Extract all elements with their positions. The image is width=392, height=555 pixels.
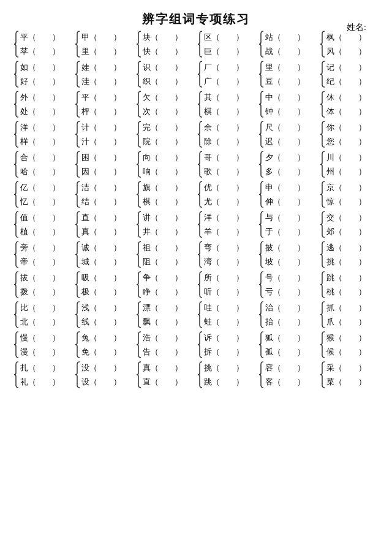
left-brace-icon (135, 180, 143, 209)
item-row: 郊（ ） (326, 224, 379, 239)
page-title: 辨字组词专项练习 (12, 11, 380, 28)
char-text: 孤（ ） (265, 346, 305, 358)
items-col: 区（ ）巨（ ） (204, 30, 257, 58)
char-text: 尤（ ） (204, 196, 244, 207)
col-group-9-4: 治（ ）抬（ ） (257, 300, 318, 329)
item-row: 披（ ） (265, 240, 318, 255)
char-text: 豆（ ） (265, 76, 305, 87)
char-text: 治（ ） (265, 302, 305, 313)
col-group-1-1: 娃（ ）洼（ ） (74, 60, 135, 88)
char-text: 坡（ ） (265, 256, 305, 267)
item-row: 线（ ） (81, 315, 134, 329)
char-text: 困（ ） (81, 152, 121, 163)
items-col: 容（ ）客（ ） (265, 361, 318, 389)
left-brace-icon (13, 331, 20, 359)
item-row: 于（ ） (265, 224, 318, 239)
char-text: 蛙（ ） (204, 316, 244, 327)
item-row: 完（ ） (143, 120, 195, 134)
char-text: 你（ ） (326, 122, 366, 133)
item-row: 如（ ） (20, 60, 73, 74)
col-group-11-1: 没（ ）设（ ） (74, 361, 135, 389)
items-col: 采（ ）菜（ ） (326, 361, 379, 389)
char-text: 尺（ ） (265, 122, 305, 133)
left-brace-icon (13, 60, 20, 88)
left-brace-icon (74, 210, 81, 239)
char-text: 亏（ ） (265, 286, 305, 297)
left-brace-icon (13, 150, 20, 178)
char-text: 风（ ） (326, 46, 366, 57)
item-row: 风（ ） (326, 44, 379, 58)
char-text: 抓（ ） (326, 302, 366, 313)
items-col: 争（ ）睁（ ） (143, 270, 195, 299)
items-col: 浩（ ）告（ ） (143, 331, 195, 359)
col-group-1-0: 如（ ）好（ ） (12, 60, 74, 88)
item-row: 因（ ） (81, 164, 134, 178)
char-text: 向（ ） (143, 152, 183, 163)
item-row: 哥（ ） (204, 150, 257, 164)
char-text: 平（ ） (81, 92, 121, 103)
item-row: 夕（ ） (265, 150, 318, 164)
item-row: 洋（ ） (20, 120, 73, 134)
left-brace-icon (258, 120, 265, 148)
char-text: 线（ ） (81, 316, 121, 327)
item-row: 次（ ） (143, 104, 195, 118)
col-group-5-4: 申（ ）伸（ ） (257, 180, 318, 209)
item-row: 战（ ） (265, 44, 318, 58)
char-text: 扎（ ） (20, 362, 60, 373)
item-row: 区（ ） (204, 30, 257, 44)
item-row: 里（ ） (81, 44, 134, 58)
item-row: 哇（ ） (204, 300, 257, 315)
item-row: 治（ ） (265, 300, 318, 315)
col-group-0-3: 区（ ）巨（ ） (196, 30, 257, 58)
char-text: 多（ ） (265, 166, 305, 177)
item-row: 坡（ ） (265, 255, 318, 269)
item-row: 甲（ ） (81, 30, 134, 44)
items-col: 枫（ ）风（ ） (326, 30, 379, 58)
item-row: 北（ ） (20, 315, 73, 329)
char-text: 枰（ ） (81, 106, 121, 117)
left-brace-icon (319, 180, 326, 209)
item-row: 合（ ） (20, 150, 73, 164)
col-group-9-1: 浅（ ）线（ ） (74, 300, 135, 329)
char-text: 挑（ ） (204, 362, 244, 373)
char-text: 如（ ） (20, 62, 60, 73)
left-brace-icon (13, 210, 20, 239)
char-text: 号（ ） (265, 272, 305, 283)
item-row: 处（ ） (20, 104, 73, 118)
col-group-2-0: 外（ ）处（ ） (12, 90, 74, 118)
items-col: 计（ ）汁（ ） (81, 120, 134, 148)
char-text: 睁（ ） (143, 286, 183, 297)
char-text: 洋（ ） (204, 212, 244, 223)
char-text: 逃（ ） (326, 242, 366, 253)
item-row: 除（ ） (204, 134, 257, 148)
item-row: 猴（ ） (326, 331, 379, 345)
item-row: 钟（ ） (265, 104, 318, 118)
item-row: 告（ ） (143, 345, 195, 359)
char-text: 菜（ ） (326, 377, 366, 388)
char-text: 披（ ） (265, 242, 305, 253)
item-row: 飘（ ） (143, 315, 195, 329)
item-row: 真（ ） (143, 361, 195, 375)
item-row: 容（ ） (265, 361, 318, 375)
items-col: 兔（ ）免（ ） (81, 331, 134, 359)
char-text: 州（ ） (326, 166, 366, 177)
item-row: 计（ ） (81, 120, 134, 134)
char-text: 伸（ ） (265, 196, 305, 207)
col-group-1-2: 识（ ）织（ ） (135, 60, 196, 88)
char-text: 川（ ） (326, 152, 366, 163)
item-row: 快（ ） (143, 44, 195, 58)
item-row: 洁（ ） (81, 180, 134, 194)
left-brace-icon (135, 210, 143, 239)
left-brace-icon (74, 60, 81, 88)
left-brace-icon (197, 180, 204, 209)
char-text: 中（ ） (265, 92, 305, 103)
col-group-2-2: 欠（ ）次（ ） (135, 90, 196, 118)
char-text: 钟（ ） (265, 106, 305, 117)
char-text: 讲（ ） (143, 212, 183, 223)
char-text: 容（ ） (265, 362, 305, 373)
item-row: 站（ ） (265, 30, 318, 44)
char-text: 惊（ ） (326, 196, 366, 207)
char-text: 棋（ ） (143, 196, 183, 207)
col-group-0-1: 甲（ ）里（ ） (74, 30, 135, 58)
items-col: 披（ ）坡（ ） (265, 240, 318, 269)
